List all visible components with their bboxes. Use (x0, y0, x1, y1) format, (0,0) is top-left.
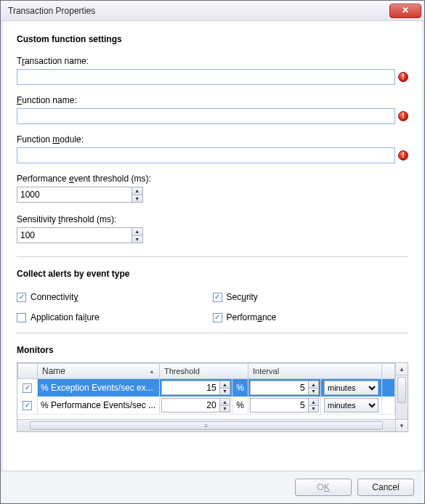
chevron-down-icon[interactable]: ▼ (220, 406, 230, 412)
row-threshold[interactable]: ▲▼ (160, 397, 232, 415)
checkbox-icon[interactable]: ✓ (23, 383, 32, 393)
titlebar[interactable]: Transaction Properties ✕ (1, 1, 424, 21)
sens-threshold-input[interactable] (17, 228, 131, 243)
row-extra (382, 379, 395, 397)
grip-icon: ≡ (204, 422, 209, 429)
chevron-down-icon[interactable]: ▼ (309, 389, 318, 395)
checkbox-icon[interactable]: ✓ (23, 401, 32, 410)
table-row[interactable]: ✓% Performance Events/sec ...▲▼%▲▼minute… (17, 397, 395, 414)
perf-threshold-label: Performance event threshold (ms): (17, 174, 408, 184)
chevron-down-icon[interactable]: ▼ (220, 389, 230, 395)
chevron-up-icon[interactable]: ▲ (396, 363, 408, 375)
transaction-name-input[interactable] (17, 69, 395, 85)
monitors-body: ✓% Exception Events/sec ex...▲▼%▲▼minute… (17, 379, 395, 419)
function-module-label: Function module: (17, 134, 408, 145)
error-icon: ! (398, 72, 408, 82)
separator (17, 256, 408, 257)
interval-input[interactable] (251, 381, 308, 394)
scrollbar-thumb[interactable] (397, 377, 406, 403)
chevron-down-icon[interactable]: ▼ (309, 406, 318, 412)
col-threshold[interactable]: Threshold (160, 363, 248, 379)
row-interval[interactable]: ▲▼ (248, 379, 321, 397)
checkbox-icon[interactable]: ✓ (213, 293, 222, 302)
chevron-down-icon[interactable]: ▼ (396, 419, 408, 431)
threshold-input[interactable] (162, 399, 219, 412)
threshold-unit: % (232, 397, 248, 415)
close-button[interactable]: ✕ (389, 4, 421, 18)
table-row[interactable]: ✓% Exception Events/sec ex...▲▼%▲▼minute… (17, 379, 395, 397)
chevron-up-icon[interactable]: ▲ (309, 381, 318, 389)
perf-threshold-input[interactable] (17, 187, 131, 202)
col-interval[interactable]: Interval (248, 363, 382, 379)
row-name: % Exception Events/sec ex... (38, 379, 160, 397)
stepper-arrows[interactable]: ▲▼ (308, 381, 318, 394)
col-checkbox[interactable] (17, 363, 38, 379)
row-checkbox[interactable]: ✓ (17, 379, 38, 397)
sens-threshold-label: Sensitivity threshold (ms): (17, 214, 408, 224)
threshold-unit: % (232, 379, 248, 397)
function-name-label: Function name: (17, 95, 408, 105)
close-icon: ✕ (402, 5, 409, 15)
chevron-down-icon[interactable]: ▼ (132, 195, 142, 203)
sort-asc-icon: ▲ (149, 368, 155, 375)
horizontal-scrollbar[interactable]: ≡ (17, 419, 395, 431)
error-icon: ! (398, 150, 408, 160)
perf-threshold-stepper[interactable]: ▲ ▼ (17, 187, 143, 203)
checkbox-security[interactable]: ✓ Security (213, 292, 409, 302)
chevron-down-icon[interactable]: ▼ (132, 236, 142, 243)
interval-stepper[interactable]: ▲▼ (250, 381, 319, 395)
checkbox-connectivity[interactable]: ✓ Connectivity (17, 292, 213, 302)
separator (17, 333, 408, 333)
row-interval-unit[interactable]: minutes (321, 397, 382, 415)
threshold-stepper[interactable]: ▲▼ (161, 381, 230, 395)
stepper-arrows[interactable]: ▲ ▼ (131, 187, 142, 202)
error-icon: ! (398, 111, 408, 121)
interval-stepper[interactable]: ▲▼ (250, 398, 319, 412)
row-checkbox[interactable]: ✓ (17, 397, 38, 415)
dialog-footer: OK Cancel (1, 471, 424, 503)
dialog-window: Transaction Properties ✕ Custom function… (0, 0, 425, 504)
threshold-input[interactable] (162, 381, 219, 394)
col-extra[interactable] (382, 363, 395, 379)
monitors-table: Name ▲ Threshold Interval ✓% Exception E… (17, 362, 408, 432)
checkbox-icon[interactable]: ✓ (17, 293, 26, 302)
chevron-up-icon[interactable]: ▲ (220, 399, 230, 406)
dialog-body: Custom function settings Transaction nam… (1, 21, 424, 471)
alerts-grid: ✓ Connectivity ✓ Security Application fa… (17, 292, 408, 322)
stepper-arrows[interactable]: ▲▼ (219, 399, 230, 412)
sens-threshold-stepper[interactable]: ▲ ▼ (17, 227, 143, 243)
chevron-up-icon[interactable]: ▲ (132, 228, 142, 236)
function-module-input[interactable] (17, 147, 395, 163)
interval-unit-select[interactable]: minutes (324, 381, 379, 395)
interval-input[interactable] (251, 399, 308, 412)
transaction-name-label: Transaction name: (17, 56, 408, 66)
cancel-button[interactable]: Cancel (357, 479, 414, 496)
row-interval-unit[interactable]: minutes (321, 379, 382, 397)
checkbox-performance[interactable]: ✓ Performance (213, 312, 409, 322)
scrollbar-thumb[interactable]: ≡ (30, 421, 383, 430)
window-title: Transaction Properties (8, 6, 389, 16)
col-name[interactable]: Name ▲ (38, 363, 160, 379)
threshold-stepper[interactable]: ▲▼ (161, 398, 230, 412)
function-name-input[interactable] (17, 108, 395, 124)
row-name: % Performance Events/sec ... (38, 397, 160, 415)
chevron-up-icon[interactable]: ▲ (220, 381, 230, 389)
stepper-arrows[interactable]: ▲▼ (219, 381, 230, 394)
chevron-up-icon[interactable]: ▲ (309, 399, 318, 406)
checkbox-icon[interactable] (17, 313, 26, 322)
chevron-up-icon[interactable]: ▲ (132, 187, 142, 195)
monitors-header[interactable]: Name ▲ Threshold Interval (17, 363, 395, 379)
ok-button[interactable]: OK (295, 479, 352, 496)
row-threshold[interactable]: ▲▼ (160, 379, 232, 397)
section-alerts-heading: Collect alerts by event type (17, 269, 408, 279)
checkbox-app-failure[interactable]: Application failure (17, 312, 213, 322)
row-extra (382, 397, 395, 415)
section-monitors-heading: Monitors (17, 345, 408, 355)
stepper-arrows[interactable]: ▲▼ (308, 399, 318, 412)
section-custom-heading: Custom function settings (17, 34, 408, 44)
interval-unit-select[interactable]: minutes (324, 398, 379, 412)
row-interval[interactable]: ▲▼ (248, 397, 321, 415)
stepper-arrows[interactable]: ▲ ▼ (131, 228, 142, 243)
checkbox-icon[interactable]: ✓ (213, 313, 222, 322)
vertical-scrollbar[interactable]: ▲ ▼ (395, 363, 408, 431)
